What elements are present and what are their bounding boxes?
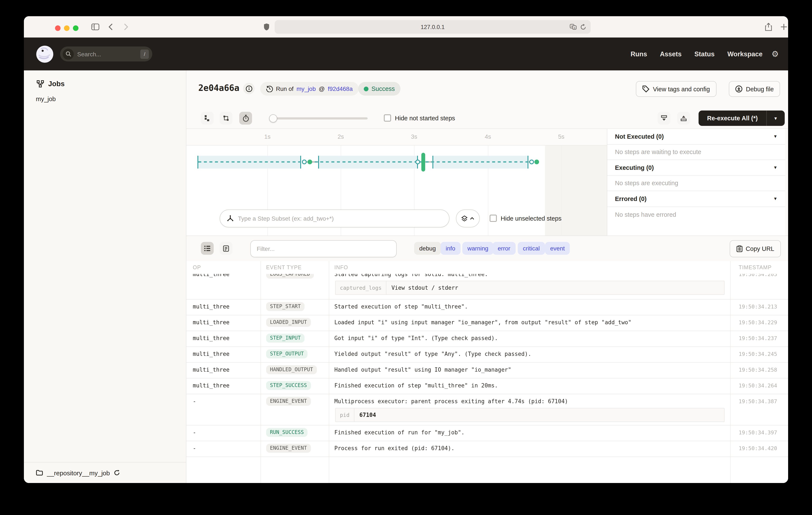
close-window-button[interactable] (55, 25, 61, 31)
zoom-window-button[interactable] (73, 25, 79, 31)
refresh-icon[interactable] (114, 470, 120, 476)
address-bar[interactable]: 127.0.0.1 Aa (274, 20, 591, 34)
gear-icon[interactable]: ⚙ (772, 49, 779, 59)
level-filter-critical[interactable]: critical (518, 242, 545, 255)
waterfall-view-button[interactable] (220, 112, 232, 125)
nav-workspace[interactable]: Workspace (727, 50, 762, 58)
back-button[interactable] (108, 23, 113, 30)
panel-section-title: Executing (0) (615, 164, 654, 171)
top-nav: Runs Assets Status Workspace (631, 50, 762, 58)
log-row[interactable]: - ENGINE_EVENT Multiprocess executor: pa… (186, 394, 788, 425)
level-filter-warning[interactable]: warning (462, 242, 493, 255)
translate-icon[interactable]: Aa (570, 24, 577, 30)
commit-link[interactable]: f92d468a (328, 85, 353, 92)
collapse-all-button[interactable] (658, 112, 670, 125)
panel-section-executing[interactable]: Executing (0) ▼ (607, 160, 785, 175)
reload-icon[interactable] (580, 24, 586, 30)
job-link[interactable]: my_job (297, 85, 316, 92)
chevron-down-icon: ▼ (773, 165, 778, 170)
panel-empty-text: No steps have errored (607, 207, 785, 222)
debug-file-button[interactable]: Debug file (729, 81, 780, 97)
new-tab-icon[interactable] (780, 23, 787, 30)
gantt-marker-open (529, 160, 534, 164)
tag-icon (642, 85, 649, 92)
download-icon (735, 85, 743, 92)
gantt-marker-bar[interactable] (422, 153, 425, 171)
graph-query-toggle-button[interactable] (456, 210, 480, 227)
log-row[interactable]: multi_three LOGS_CAPTURED Started captur… (186, 274, 788, 300)
column-header-event-type[interactable]: EVENT TYPE (261, 265, 329, 271)
level-filter-error[interactable]: error (493, 242, 515, 255)
nav-runs[interactable]: Runs (631, 50, 647, 58)
column-header-timestamp[interactable]: TIMESTAMP (733, 265, 788, 271)
log-op: - (186, 441, 261, 452)
panel-section-not-executed[interactable]: Not Executed (0) ▼ (607, 129, 785, 144)
axis-tick: 5s (558, 133, 564, 140)
reexecute-dropdown-button[interactable]: ▼ (766, 110, 784, 126)
hide-not-started-checkbox[interactable] (384, 114, 391, 121)
gantt-chart[interactable]: 1s 2s 3s 4s 5s (186, 129, 607, 236)
column-header-info[interactable]: INFO (329, 265, 733, 271)
log-row[interactable]: - ENGINE_EVENT Process for run exited (p… (186, 441, 788, 457)
log-metadata-table: captured_logs View stdout / stderr (335, 281, 725, 295)
event-type-badge: STEP_START (266, 302, 305, 311)
timed-view-button[interactable] (239, 112, 252, 125)
log-row[interactable]: multi_three LOADED_INPUT Loaded input "i… (186, 315, 788, 331)
level-filter-debug[interactable]: debug (414, 242, 441, 255)
log-op: - (186, 425, 261, 436)
copy-url-button[interactable]: Copy URL (730, 240, 781, 257)
forward-button[interactable] (124, 23, 128, 30)
sidebar-item-my-job[interactable]: my_job (24, 88, 186, 102)
step-subset-input[interactable]: Type a Step Subset (ex: add_two+*) (220, 210, 450, 227)
log-filter-input[interactable]: Filter... (250, 240, 397, 257)
view-tags-config-button[interactable]: View tags and config (636, 81, 716, 97)
log-row[interactable]: multi_three STEP_START Started execution… (186, 300, 788, 315)
global-search-input[interactable]: Search... / (60, 47, 152, 61)
panel-section-errored[interactable]: Errored (0) ▼ (607, 191, 785, 207)
log-timestamp: 19:50:34.420 (733, 441, 788, 452)
view-tags-config-label: View tags and config (653, 85, 710, 92)
zoom-slider-knob[interactable] (269, 114, 277, 123)
level-filter-event[interactable]: event (545, 242, 570, 255)
gantt-marker-open (415, 160, 420, 164)
log-op: multi_three (186, 347, 261, 357)
search-icon (63, 48, 74, 59)
log-row[interactable]: multi_three STEP_INPUT Got input "i" of … (186, 331, 788, 347)
hide-unselected-checkbox[interactable] (490, 215, 497, 222)
repository-footer[interactable]: __repository__my_job (24, 462, 186, 483)
level-filter-info[interactable]: info (440, 242, 460, 255)
log-filter-placeholder: Filter... (257, 245, 274, 252)
expand-all-button[interactable] (677, 112, 690, 125)
flat-view-button[interactable] (201, 112, 214, 125)
event-type-badge: STEP_OUTPUT (266, 349, 308, 358)
log-row[interactable]: multi_three STEP_OUTPUT Yielded output "… (186, 347, 788, 363)
dagster-logo-icon[interactable] (36, 45, 54, 63)
log-op: - (186, 394, 261, 405)
minimize-window-button[interactable] (64, 25, 69, 31)
metadata-value[interactable]: View stdout / stderr (386, 281, 463, 294)
unstructured-logs-button[interactable] (201, 242, 214, 255)
folder-icon (36, 470, 43, 476)
sidebar-toggle-icon[interactable] (91, 23, 99, 30)
gantt-marker-open (302, 160, 307, 164)
share-icon[interactable] (765, 23, 772, 31)
zoom-slider[interactable] (270, 117, 368, 119)
log-op: multi_three (186, 300, 261, 310)
run-id: 2e04a66a (198, 83, 239, 93)
nav-assets[interactable]: Assets (660, 50, 682, 58)
info-icon[interactable] (243, 83, 255, 94)
log-row[interactable]: multi_three HANDLED_OUTPUT Handled outpu… (186, 363, 788, 378)
column-header-op[interactable]: OP (186, 265, 261, 271)
log-row[interactable]: - RUN_SUCCESS Finished execution of run … (186, 425, 788, 441)
nav-status[interactable]: Status (694, 50, 715, 58)
metadata-value: 67104 (354, 408, 381, 422)
status-dot-icon (364, 86, 369, 91)
reexecute-all-button[interactable]: Re-execute All (*) (699, 110, 766, 126)
step-subset-placeholder: Type a Step Subset (ex: add_two+*) (238, 215, 334, 222)
structured-logs-button[interactable] (220, 242, 232, 255)
log-row[interactable]: multi_three STEP_SUCCESS Finished execut… (186, 378, 788, 394)
chevron-down-icon: ▼ (773, 134, 778, 139)
log-timestamp: 19:50:34.397 (733, 425, 788, 436)
log-timestamp: 19:50:34.237 (733, 331, 788, 341)
history-clock-icon (266, 85, 273, 92)
